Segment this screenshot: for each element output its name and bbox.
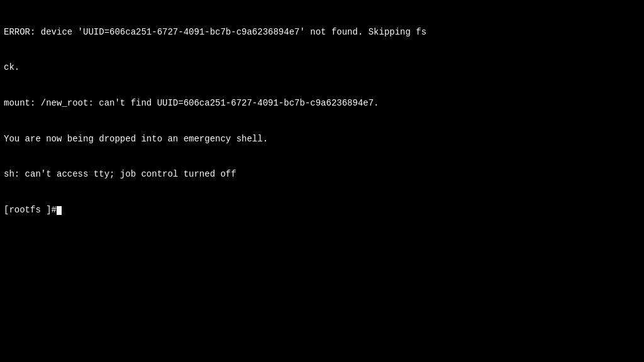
terminal-cursor	[57, 206, 62, 215]
terminal-line-3: mount: /new_root: can't find UUID=606ca2…	[4, 97, 640, 109]
terminal-line-1: ERROR: device 'UUID=606ca251-6727-4091-b…	[4, 26, 640, 38]
terminal-line-2: ck.	[4, 62, 640, 74]
terminal-line-5: sh: can't access tty; job control turned…	[4, 168, 640, 180]
terminal-prompt: [rootfs ]#	[4, 205, 57, 215]
terminal-prompt-line: [rootfs ]#	[4, 204, 640, 216]
terminal-line-4: You are now being dropped into an emerge…	[4, 133, 640, 145]
terminal-screen[interactable]: ERROR: device 'UUID=606ca251-6727-4091-b…	[0, 0, 644, 362]
